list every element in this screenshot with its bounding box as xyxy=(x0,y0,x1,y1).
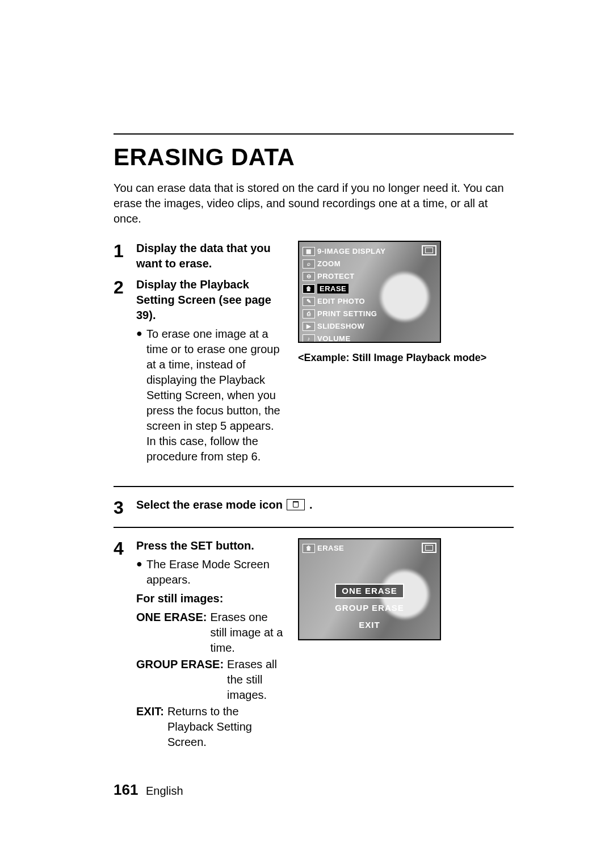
lcd-playback-menu: ▦9-IMAGE DISPLAY ⌕ZOOM ⊖PROTECT 🗑ERASE ✎… xyxy=(298,241,441,343)
definition: Returns to the Playback Setting Screen. xyxy=(167,704,284,750)
menu-item: VOLUME xyxy=(317,334,351,343)
step-bullet: ● To erase one image at a time or to era… xyxy=(136,326,284,464)
menu-item: PRINT SETTING xyxy=(317,309,377,319)
section-step-4: 4 Press the SET button. ● The Erase Mode… xyxy=(114,538,514,757)
menu-item: ZOOM xyxy=(317,259,341,269)
term: EXIT: xyxy=(136,704,164,750)
menu-item: PROTECT xyxy=(317,271,355,282)
trash-icon: 🗑 xyxy=(303,544,315,553)
step-bullet: ● The Erase Mode Screen appears. xyxy=(136,557,284,588)
sub-heading: For still images: xyxy=(136,591,284,606)
rule-mid-1 xyxy=(114,486,514,487)
step-number: 3 xyxy=(114,497,136,517)
trash-icon: 🗑 xyxy=(303,284,315,293)
rule-mid-2 xyxy=(114,527,514,528)
lcd-caption: <Example: Still Image Playback mode> xyxy=(298,351,486,365)
step-text: Display the data that you want to erase. xyxy=(136,241,284,271)
section-steps-1-2: 1 Display the data that you want to eras… xyxy=(114,241,514,470)
step-1: 1 Display the data that you want to eras… xyxy=(114,241,284,271)
bullet-icon: ● xyxy=(136,326,146,464)
term: ONE ERASE: xyxy=(136,610,207,656)
option: EXIT xyxy=(353,619,385,631)
option: GROUP ERASE xyxy=(329,602,410,614)
manual-page: ERASING DATA You can erase data that is … xyxy=(0,0,613,868)
step-text: Display the Playback Setting Screen (see… xyxy=(136,277,284,323)
lock-icon: ⊖ xyxy=(303,272,315,281)
grid-icon: ▦ xyxy=(303,247,315,256)
erase-mode-icon xyxy=(287,499,305,510)
step-number: 1 xyxy=(114,241,136,260)
bullet-text: The Erase Mode Screen appears. xyxy=(146,557,284,588)
menu-item-selected: ERASE xyxy=(317,284,349,294)
definition-list: ONE ERASE:Erases one still image at a ti… xyxy=(136,610,284,750)
step-4: 4 Press the SET button. ● The Erase Mode… xyxy=(114,538,284,751)
bullet-icon: ● xyxy=(136,557,146,588)
option-selected: ONE ERASE xyxy=(336,585,402,597)
step-text-after: . xyxy=(309,498,313,511)
step-2: 2 Display the Playback Setting Screen (s… xyxy=(114,277,284,464)
menu-item: EDIT PHOTO xyxy=(317,296,365,307)
intro-text: You can erase data that is stored on the… xyxy=(114,181,514,227)
menu-item: SLIDESHOW xyxy=(317,321,364,332)
page-title: ERASING DATA xyxy=(114,141,514,174)
screen-title: ERASE xyxy=(317,543,344,553)
language-label: English xyxy=(146,785,183,797)
page-number: 161 xyxy=(114,781,138,798)
step-3: 3 Select the erase mode icon . xyxy=(114,497,514,517)
step-text: Press the SET button. xyxy=(136,538,284,553)
rule-top xyxy=(114,133,514,135)
term: GROUP ERASE: xyxy=(136,657,224,703)
step-text-before: Select the erase mode icon xyxy=(136,498,285,511)
step-number: 2 xyxy=(114,277,136,296)
step-number: 4 xyxy=(114,538,136,557)
zoom-icon: ⌕ xyxy=(303,259,315,269)
definition: Erases one still image at a time. xyxy=(210,610,284,656)
definition: Erases all the still images. xyxy=(227,657,284,703)
page-footer: 161 English xyxy=(114,780,183,800)
volume-icon: ♪ xyxy=(303,334,315,343)
slideshow-icon: ▶ xyxy=(303,322,315,331)
bullet-text: To erase one image at a time or to erase… xyxy=(146,326,284,464)
menu-item: 9-IMAGE DISPLAY xyxy=(317,246,385,257)
lcd-erase-mode: 🗑ERASE ONE ERASE GROUP ERASE EXIT xyxy=(298,538,441,640)
print-icon: ⎙ xyxy=(303,309,315,318)
edit-icon: ✎ xyxy=(303,297,315,306)
